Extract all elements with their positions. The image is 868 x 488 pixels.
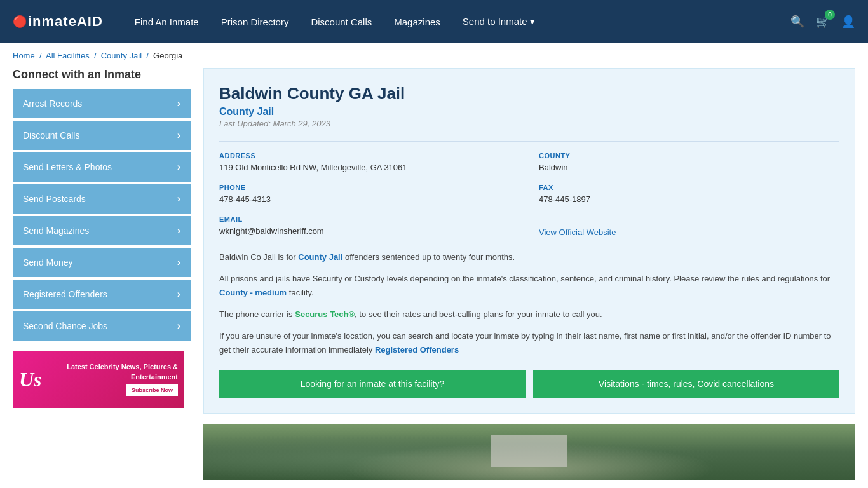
website-block: View Official Website <box>539 215 839 237</box>
facility-name: Baldwin County GA Jail <box>219 84 839 104</box>
securus-link[interactable]: Securus Tech® <box>295 309 355 319</box>
address-value: 119 Old Monticello Rd NW, Milledgeville,… <box>219 162 520 173</box>
sidebar-label-second-chance-jobs: Second Chance Jobs <box>23 321 107 331</box>
sidebar-item-send-magazines[interactable]: Send Magazines › <box>13 216 191 245</box>
email-label: EMAIL <box>219 215 520 223</box>
ad-headline: Latest Celebrity News, Pictures & Entert… <box>67 363 178 380</box>
arrow-icon-7: › <box>177 320 180 332</box>
sidebar-label-discount-calls: Discount Calls <box>23 130 79 140</box>
sidebar-item-arrest-records[interactable]: Arrest Records › <box>13 89 191 118</box>
action-buttons: Looking for an inmate at this facility? … <box>219 370 839 398</box>
arrow-icon-1: › <box>177 130 180 141</box>
phone-block: PHONE 478-445-4313 <box>219 184 520 205</box>
sidebar-item-second-chance-jobs[interactable]: Second Chance Jobs › <box>13 311 191 341</box>
cart-badge: 0 <box>825 10 835 20</box>
facility-aerial-image <box>203 424 855 480</box>
sidebar-title: Connect with an Inmate <box>13 68 191 81</box>
county-value: Baldwin <box>539 162 839 173</box>
nav-discount-calls[interactable]: Discount Calls <box>311 17 372 27</box>
logo[interactable]: 🔴 inmateAID <box>13 13 103 30</box>
sidebar-label-send-letters: Send Letters & Photos <box>23 162 112 172</box>
building-shape <box>491 435 567 467</box>
facility-type: County Jail <box>219 106 839 118</box>
sidebar-menu: Arrest Records › Discount Calls › Send L… <box>13 89 191 341</box>
facility-last-updated: Last Updated: March 29, 2023 <box>219 119 839 128</box>
sidebar-label-registered-offenders: Registered Offenders <box>23 289 107 299</box>
ad-text: Latest Celebrity News, Pictures & Entert… <box>48 356 184 402</box>
breadcrumb-home[interactable]: Home <box>13 51 35 60</box>
breadcrumb-county-jail[interactable]: County Jail <box>101 51 142 60</box>
phone-value: 478-445-4313 <box>219 194 520 205</box>
main-content: Baldwin County GA Jail County Jail Last … <box>203 68 855 480</box>
arrow-icon-2: › <box>177 161 180 173</box>
nav-send-to-inmate[interactable]: Send to Inmate ▾ <box>463 16 535 27</box>
cart-wrapper[interactable]: 🛒 0 <box>816 15 830 29</box>
site-header: 🔴 inmateAID Find An Inmate Prison Direct… <box>0 0 868 43</box>
desc3-rest: , to see their rates and best-calling pl… <box>355 309 602 319</box>
logo-icon: 🔴 <box>13 15 27 29</box>
ad-banner[interactable]: Us Latest Celebrity News, Pictures & Ent… <box>13 351 184 408</box>
breadcrumb-state: Georgia <box>153 51 182 60</box>
fax-value: 478-445-1897 <box>539 194 839 205</box>
website-link[interactable]: View Official Website <box>539 227 616 237</box>
desc2-rest: facility. <box>287 288 313 297</box>
main-container: Connect with an Inmate Arrest Records › … <box>0 68 868 480</box>
arrow-icon-0: › <box>177 98 180 109</box>
sidebar-item-send-postcards[interactable]: Send Postcards › <box>13 184 191 214</box>
header-icons: 🔍 🛒 0 👤 <box>790 15 855 29</box>
logo-text: inmateAID <box>28 13 103 30</box>
visitations-button[interactable]: Visitations - times, rules, Covid cancel… <box>533 370 839 398</box>
sidebar-label-send-postcards: Send Postcards <box>23 194 86 204</box>
search-icon[interactable]: 🔍 <box>790 15 804 29</box>
user-icon[interactable]: 👤 <box>841 15 855 29</box>
sidebar-item-send-money[interactable]: Send Money › <box>13 248 191 277</box>
fax-label: FAX <box>539 184 839 191</box>
registered-offenders-link[interactable]: Registered Offenders <box>375 345 459 355</box>
desc1-text: Baldwin Co Jail is for <box>219 252 298 262</box>
main-nav: Find An Inmate Prison Directory Discount… <box>135 16 771 27</box>
county-label: COUNTY <box>539 152 839 159</box>
county-block: COUNTY Baldwin <box>539 152 839 173</box>
desc2-text: All prisons and jails have Security or C… <box>219 274 830 283</box>
email-block: EMAIL wknight@baldwinsheriff.com <box>219 215 520 237</box>
desc1-rest: offenders sentenced up to twenty four mo… <box>342 252 515 262</box>
breadcrumb: Home / All Facilities / County Jail / Ge… <box>0 43 868 68</box>
desc4-text: If you are unsure of your inmate's locat… <box>219 331 831 355</box>
nav-magazines[interactable]: Magazines <box>394 17 440 27</box>
email-value: wknight@baldwinsheriff.com <box>219 226 520 237</box>
desc-para-2: All prisons and jails have Security or C… <box>219 272 839 300</box>
desc-para-3: The phone carrier is Securus Tech®, to s… <box>219 308 839 322</box>
facility-card: Baldwin County GA Jail County Jail Last … <box>203 68 855 414</box>
arrow-icon-5: › <box>177 257 180 268</box>
arrow-icon-4: › <box>177 225 180 236</box>
desc-para-4: If you are unsure of your inmate's locat… <box>219 329 839 357</box>
sidebar-label-send-magazines: Send Magazines <box>23 226 89 236</box>
arrow-icon-3: › <box>177 193 180 205</box>
nav-prison-directory[interactable]: Prison Directory <box>221 17 289 27</box>
county-jail-link[interactable]: County Jail <box>298 252 342 262</box>
county-medium-link[interactable]: County - medium <box>219 288 287 297</box>
arrow-icon-6: › <box>177 288 180 300</box>
facility-image-inner <box>203 424 855 480</box>
sidebar-item-send-letters[interactable]: Send Letters & Photos › <box>13 152 191 182</box>
sidebar: Connect with an Inmate Arrest Records › … <box>13 68 191 480</box>
ad-logo: Us <box>13 362 48 398</box>
desc3-text: The phone carrier is <box>219 309 295 319</box>
ad-subscribe-button[interactable]: Subscribe Now <box>126 384 178 396</box>
sidebar-item-registered-offenders[interactable]: Registered Offenders › <box>13 280 191 309</box>
breadcrumb-all-facilities[interactable]: All Facilities <box>46 51 90 60</box>
nav-find-inmate[interactable]: Find An Inmate <box>135 17 199 27</box>
sidebar-label-arrest-records: Arrest Records <box>23 98 82 109</box>
desc-para-1: Baldwin Co Jail is for County Jail offen… <box>219 250 839 264</box>
info-grid: ADDRESS 119 Old Monticello Rd NW, Milled… <box>219 141 839 238</box>
sidebar-label-send-money: Send Money <box>23 257 73 268</box>
phone-label: PHONE <box>219 184 520 191</box>
fax-block: FAX 478-445-1897 <box>539 184 839 205</box>
sidebar-item-discount-calls[interactable]: Discount Calls › <box>13 121 191 150</box>
find-inmate-button[interactable]: Looking for an inmate at this facility? <box>219 370 526 398</box>
description-block: Baldwin Co Jail is for County Jail offen… <box>219 250 839 358</box>
address-block: ADDRESS 119 Old Monticello Rd NW, Milled… <box>219 152 520 173</box>
address-label: ADDRESS <box>219 152 520 159</box>
